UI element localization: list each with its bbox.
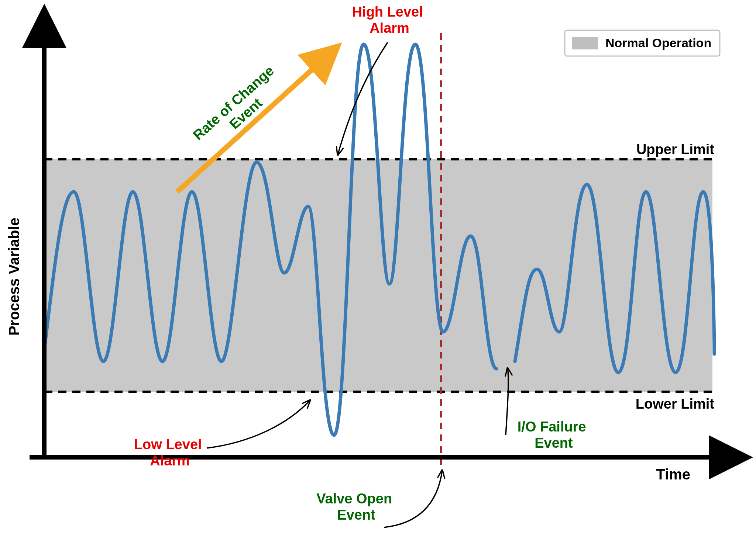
io-failure-label: I/O Failure Event: [518, 419, 590, 451]
y-axis-label: Process Variable: [6, 218, 22, 336]
valve-open-label: Valve Open Event: [316, 491, 396, 523]
high-level-alarm-label: High Level Alarm: [352, 4, 427, 36]
diagram: Process Variable Time Upper Limit Lower …: [0, 0, 756, 551]
legend: Normal Operation: [565, 30, 720, 56]
low-level-alarm-label: Low Level Alarm: [134, 437, 206, 468]
diagram-svg: Process Variable Time Upper Limit Lower …: [0, 0, 756, 551]
upper-limit-label: Upper Limit: [636, 142, 714, 157]
rate-of-change-label: Rate of Change Event: [190, 60, 291, 155]
lower-limit-label: Lower Limit: [636, 396, 715, 412]
x-axis-label: Time: [656, 466, 690, 482]
legend-swatch-normal: [572, 37, 598, 49]
high-alarm-arrow: [338, 42, 388, 155]
low-alarm-arrow: [207, 400, 310, 448]
legend-normal-label: Normal Operation: [605, 36, 711, 50]
